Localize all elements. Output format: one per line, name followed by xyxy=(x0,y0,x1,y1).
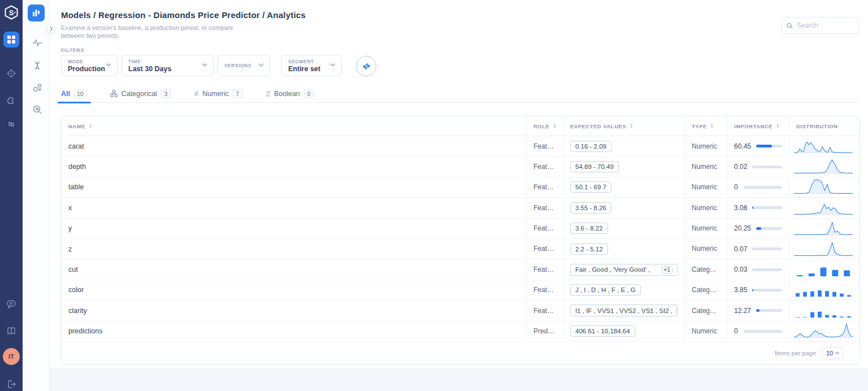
expected-values-text: 3.55 - 8.26 xyxy=(575,205,606,211)
table-row[interactable]: clarity Feature I1 , IF , VVS1 , VVS2 , … xyxy=(62,301,859,321)
search-icon xyxy=(787,22,793,29)
column-header-distribution: DISTRIBUTION xyxy=(789,116,859,136)
tab-count-badge: 10 xyxy=(74,89,86,98)
logout-icon xyxy=(6,379,16,389)
feature-type-tabs: All 10 Categorical 3 # Numeric 7 100 xyxy=(61,85,860,103)
table-row[interactable]: predictions Prediction 406.61 - 10,184.6… xyxy=(62,322,859,342)
importance-value: 12.27 xyxy=(734,307,751,315)
feature-type: Categorical xyxy=(692,280,720,300)
refresh-button[interactable]: ⇆ xyxy=(356,56,376,76)
expected-values-text: Fair , Good , 'Very Good' , xyxy=(575,266,650,273)
sidebar-item-analytics[interactable] xyxy=(28,5,45,21)
transfer-icon xyxy=(6,119,16,129)
expected-values-chip: 3.6 - 8.22 xyxy=(570,223,608,234)
table-row[interactable]: carat Feature 0.16 - 2.09 Numeric 60.45 xyxy=(62,136,859,157)
categorical-icon xyxy=(110,90,118,97)
feature-name: table xyxy=(68,183,84,191)
tab-numeric[interactable]: # Numeric 7 xyxy=(194,85,242,103)
table-row[interactable]: cut Feature Fair , Good , 'Very Good' , … xyxy=(62,259,859,280)
column-header-type[interactable]: TYPE▲▼ xyxy=(684,116,727,136)
sort-icon[interactable]: ▲▼ xyxy=(710,123,714,129)
table-row[interactable]: color Feature J , I , D , H , F , E , G … xyxy=(62,280,859,301)
expected-values-text: 50.1 - 69.7 xyxy=(575,184,606,190)
app-root: S xyxy=(0,0,868,391)
tab-categorical[interactable]: Categorical 3 xyxy=(110,85,171,103)
sidebar-item-segments[interactable] xyxy=(29,80,45,95)
more-values-badge[interactable]: +1 xyxy=(676,307,678,314)
mode-filter-dropdown[interactable]: MODE Production xyxy=(61,55,118,76)
column-header-role[interactable]: ROLE▲▼ xyxy=(526,116,563,136)
items-per-page-select[interactable]: 10 xyxy=(822,347,843,359)
versions-filter-dropdown[interactable]: VERSIONS xyxy=(218,55,270,76)
table-row[interactable]: z Feature 2.2 - 5.12 Numeric 0.07 xyxy=(62,239,859,259)
importance-bar-track xyxy=(752,166,782,168)
column-header-name[interactable]: NAME▲▼ xyxy=(62,116,526,136)
importance-bar-fill xyxy=(756,227,761,230)
column-header-importance[interactable]: IMPORTANCE▲▼ xyxy=(727,116,789,136)
sort-icon[interactable]: ▲▼ xyxy=(630,123,633,129)
sidebar-item-docs[interactable] xyxy=(3,323,19,339)
feature-name: clarity xyxy=(68,307,87,315)
sidebar-item-target[interactable] xyxy=(3,66,19,81)
tab-count-badge: 7 xyxy=(233,89,242,98)
distribution-chart xyxy=(794,260,853,279)
importance-value: 0.03 xyxy=(734,266,747,273)
column-header-expected-values[interactable]: EXPECTED VALUES▲▼ xyxy=(563,116,684,136)
sidebar-item-insights[interactable] xyxy=(29,102,45,118)
sort-icon[interactable]: ▲▼ xyxy=(553,123,556,129)
chevron-down-icon xyxy=(835,350,839,354)
sync-icon: ⇆ xyxy=(361,60,372,72)
table-row[interactable]: depth Feature 54.89 - 70.49 Numeric 0.02 xyxy=(62,157,859,177)
search-box[interactable] xyxy=(782,17,859,34)
sort-icon[interactable]: ▲▼ xyxy=(89,123,92,129)
importance-value: 0.02 xyxy=(734,163,747,171)
feature-type: Numeric xyxy=(692,198,717,218)
bubbles-icon xyxy=(32,82,42,93)
table-row[interactable]: table Feature 50.1 - 69.7 Numeric 0 xyxy=(62,177,859,198)
search-insight-icon xyxy=(32,105,42,115)
boolean-icon: 1001 xyxy=(266,90,270,97)
search-input[interactable] xyxy=(797,21,854,29)
chat-icon xyxy=(6,299,16,309)
importance-bar-track xyxy=(756,145,782,147)
sidebar-item-integrations[interactable] xyxy=(3,92,19,107)
sidebar-collapse-button[interactable] xyxy=(46,24,55,33)
dna-icon xyxy=(32,60,42,71)
feature-role: Feature xyxy=(533,280,556,300)
user-avatar[interactable]: IT xyxy=(3,348,20,365)
secondary-sidebar xyxy=(23,0,50,391)
expected-values-chip: Fair , Good , 'Very Good' , +1 xyxy=(570,264,678,276)
feature-name: z xyxy=(68,245,72,253)
tab-all[interactable]: All 10 xyxy=(61,85,86,103)
sidebar-item-chat[interactable] xyxy=(3,296,19,312)
sidebar-item-monitoring[interactable] xyxy=(29,35,45,51)
distribution-chart xyxy=(794,158,853,176)
feature-role: Feature xyxy=(533,259,556,279)
distribution-chart xyxy=(794,137,853,155)
time-filter-dropdown[interactable]: TIME Last 30 Days xyxy=(121,55,214,76)
chevron-down-icon xyxy=(331,62,335,66)
sort-icon[interactable]: ▲▼ xyxy=(776,123,779,129)
page-background xyxy=(50,368,868,391)
sidebar-item-transfer[interactable] xyxy=(3,116,19,132)
sidebar-item-logout[interactable] xyxy=(3,376,19,391)
sidebar-item-dashboard[interactable] xyxy=(3,32,19,47)
table-row[interactable]: y Feature 3.6 - 8.22 Numeric 20.25 xyxy=(62,219,859,239)
feature-type: Numeric xyxy=(692,157,717,176)
distribution-chart xyxy=(794,178,853,196)
sidebar-item-dna[interactable] xyxy=(29,58,45,73)
page-subtitle: Examine a version's baseline, a producti… xyxy=(61,24,233,40)
puzzle-icon xyxy=(6,94,16,105)
tab-boolean[interactable]: 1001 Boolean 0 xyxy=(266,85,314,103)
app-logo[interactable]: S xyxy=(4,5,19,20)
table-row[interactable]: x Feature 3.55 - 8.26 Numeric 3.06 xyxy=(62,198,859,218)
docs-book-icon xyxy=(6,326,16,336)
distribution-chart xyxy=(794,240,853,258)
feature-type: Numeric xyxy=(692,239,717,259)
feature-type: Numeric xyxy=(692,322,717,341)
feature-name: depth xyxy=(68,163,86,171)
features-table-card: NAME▲▼ ROLE▲▼ EXPECTED VALUES▲▼ TYPE▲▼ I… xyxy=(61,116,860,364)
feature-type: Categorical xyxy=(692,301,720,320)
more-values-badge[interactable]: +1 xyxy=(662,266,672,273)
segment-filter-dropdown[interactable]: SEGMENT Entire set xyxy=(281,55,342,76)
